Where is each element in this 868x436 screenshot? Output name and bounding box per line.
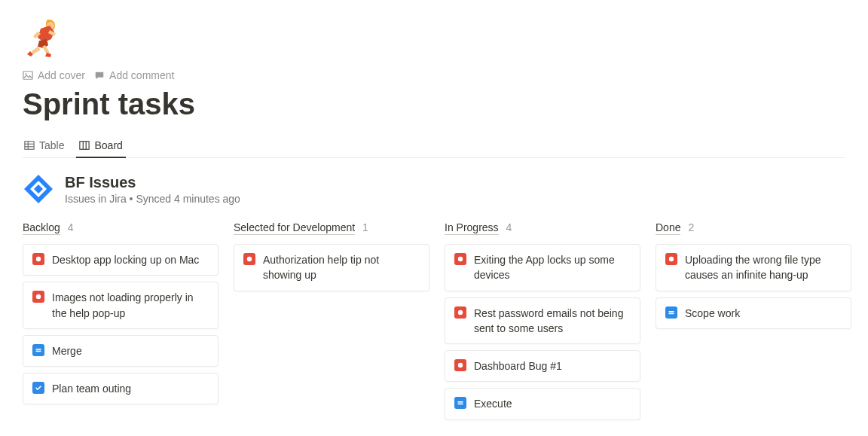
svg-rect-21 (458, 401, 463, 403)
board-card[interactable]: Images not loading properly in the help … (23, 282, 219, 329)
column-name: In Progress (445, 221, 499, 235)
column-header[interactable]: Selected for Development1 (234, 221, 429, 235)
card-title: Uploading the wrong file type causes an … (685, 252, 842, 283)
svg-point-2 (25, 73, 26, 75)
card-title: Merge (52, 343, 82, 358)
board-card[interactable]: Execute (445, 388, 640, 419)
bug-icon (454, 359, 466, 371)
tab-board[interactable]: Board (78, 135, 124, 157)
board-card[interactable]: Rest password emails not being sent to s… (445, 297, 640, 345)
add-comment-label: Add comment (109, 69, 174, 81)
svg-point-20 (458, 363, 463, 367)
tab-table-label: Table (39, 139, 64, 151)
table-icon (24, 140, 35, 151)
board-card[interactable]: Uploading the wrong file type causes an … (656, 244, 851, 291)
comment-icon (94, 70, 105, 81)
svg-rect-25 (669, 313, 674, 314)
card-title: Images not loading properly in the help … (52, 290, 209, 321)
kanban-board: Backlog4Desktop app locking up on MacIma… (23, 221, 845, 426)
board-card[interactable]: Desktop app locking up on Mac (23, 244, 219, 276)
card-title: Exiting the App locks up some devices (474, 252, 631, 283)
card-title: Dashboard Bug #1 (474, 358, 562, 373)
tab-board-label: Board (94, 139, 122, 151)
page-title[interactable]: Sprint tasks (23, 87, 845, 121)
board-card[interactable]: Merge (23, 335, 219, 367)
board-card[interactable]: Authorization help tip not showing up (234, 244, 429, 291)
svg-rect-15 (36, 349, 41, 350)
svg-rect-22 (458, 404, 463, 405)
svg-point-13 (36, 257, 41, 261)
database-subtitle: Issues in Jira • Synced 4 minutes ago (65, 193, 240, 205)
svg-point-18 (458, 257, 463, 261)
column-count: 4 (506, 221, 512, 233)
image-icon (23, 70, 33, 81)
svg-point-14 (36, 294, 41, 299)
view-tabs: Table Board (23, 135, 845, 158)
svg-rect-3 (25, 142, 34, 150)
bug-icon (32, 291, 44, 303)
card-title: Plan team outing (52, 381, 131, 396)
board-card[interactable]: Scope work (656, 297, 851, 329)
card-title: Authorization help tip not showing up (263, 252, 420, 283)
board-card[interactable]: Plan team outing (23, 373, 219, 404)
bug-icon (454, 253, 466, 265)
svg-point-19 (458, 309, 463, 314)
card-title: Execute (474, 396, 512, 411)
board-column: Backlog4Desktop app locking up on MacIma… (23, 221, 219, 410)
svg-point-17 (247, 257, 252, 261)
page-actions: Add cover Add comment (23, 69, 845, 81)
bug-icon (454, 306, 466, 319)
board-card[interactable]: Exiting the App locks up some devices (445, 244, 640, 291)
svg-rect-1 (23, 72, 32, 80)
add-comment-button[interactable]: Add comment (94, 69, 174, 81)
card-title: Desktop app locking up on Mac (52, 252, 199, 267)
svg-rect-7 (80, 142, 89, 150)
tab-table[interactable]: Table (23, 135, 66, 157)
board-card[interactable]: Dashboard Bug #1 (445, 350, 640, 382)
svg-point-23 (669, 257, 674, 261)
bug-icon (665, 253, 677, 265)
column-count: 4 (68, 221, 74, 233)
database-title[interactable]: BF Issues (65, 174, 240, 191)
page-emoji[interactable] (20, 15, 68, 63)
running-person-icon (20, 15, 68, 63)
add-cover-button[interactable]: Add cover (23, 69, 85, 81)
svg-rect-16 (36, 350, 41, 352)
board-column: Done2Uploading the wrong file type cause… (656, 221, 851, 335)
task-icon (454, 397, 466, 409)
bug-icon (243, 253, 255, 265)
database-header: BF Issues Issues in Jira • Synced 4 minu… (23, 173, 845, 205)
task-icon (32, 344, 44, 356)
card-title: Rest password emails not being sent to s… (474, 306, 631, 337)
task-icon (665, 306, 677, 319)
card-title: Scope work (685, 306, 740, 321)
column-header[interactable]: Backlog4 (23, 221, 219, 235)
column-header[interactable]: In Progress4 (445, 221, 640, 235)
svg-rect-24 (669, 311, 674, 313)
column-name: Done (656, 221, 680, 235)
board-column: In Progress4Exiting the App locks up som… (445, 221, 640, 426)
column-name: Backlog (23, 221, 60, 235)
jira-logo-icon (23, 173, 54, 205)
column-count: 1 (362, 221, 368, 233)
board-column: Selected for Development1Authorization h… (234, 221, 429, 297)
column-name: Selected for Development (234, 221, 355, 235)
add-cover-label: Add cover (38, 69, 85, 81)
bug-icon (32, 253, 44, 265)
board-icon (79, 140, 90, 151)
column-count: 2 (688, 221, 694, 233)
check-icon (32, 382, 44, 394)
column-header[interactable]: Done2 (656, 221, 851, 235)
